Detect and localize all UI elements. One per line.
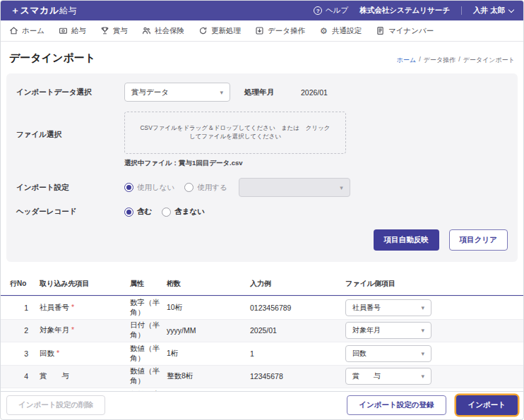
nav-item-data-operation[interactable]: データ操作	[255, 26, 305, 36]
radio-checked-icon	[124, 208, 133, 217]
row-item: 社員番号*	[40, 303, 130, 313]
row-digits: 整数8桁	[167, 371, 250, 381]
app-window: ＋スマカル給与 ヘルプ 株式会社システムリサーチ 入井 太郎 ホーム 給与	[0, 0, 524, 420]
row-attr: 数値（半角）	[130, 344, 167, 364]
table-row: 3 回数* 数値（半角） 1桁 1 回数	[1, 342, 523, 365]
radio-option-use[interactable]: 使用する	[184, 183, 227, 193]
dropdown-arrow-icon	[340, 184, 343, 191]
import-data-select[interactable]: 賞与データ	[124, 83, 230, 102]
import-data-label: インポートデータ選択	[16, 88, 124, 97]
import-data-select-value: 賞与データ	[131, 88, 169, 97]
file-item-select[interactable]: 賞 与	[345, 368, 431, 385]
row-no: 2	[1, 326, 40, 335]
radio-label: 含む	[137, 207, 152, 217]
file-item-select-value: 対象年月	[352, 325, 381, 335]
dropdown-arrow-icon	[421, 304, 424, 311]
radio-option-include[interactable]: 含む	[124, 207, 152, 217]
row-no: 3	[1, 349, 40, 358]
banknote-icon	[59, 26, 68, 35]
file-item-select-value: 回数	[352, 349, 367, 359]
table-row: 1 社員番号* 数字（半角） 10桁 0123456789 社員番号	[1, 296, 523, 319]
breadcrumb-data-operation: データ操作	[424, 56, 455, 65]
file-item-select-value: 賞 与	[352, 371, 381, 381]
nav-item-update[interactable]: 更新処理	[198, 26, 241, 36]
row-item: 対象年月*	[40, 325, 130, 335]
radio-label: 使用しない	[137, 183, 174, 193]
nav-item-label: データ操作	[268, 26, 305, 36]
col-header-no: 行No	[1, 279, 40, 289]
help-button[interactable]: ヘルプ	[314, 6, 348, 16]
nav-item-home[interactable]: ホーム	[9, 26, 44, 36]
company-name: 株式会社システムリサーチ	[359, 6, 450, 16]
panel-actions: 項目自動反映 項目クリア	[16, 229, 508, 251]
row-file-item-cell: 社員番号	[345, 299, 523, 316]
nav-item-salary[interactable]: 給与	[59, 26, 86, 36]
import-button[interactable]: インポート	[456, 395, 518, 415]
footer-bar: インポート設定の削除 インポート設定の登録 インポート	[1, 391, 523, 419]
file-item-select[interactable]: 回数	[345, 345, 431, 362]
selected-file-text: 選択中ファイル：賞与1回目データ.csv	[124, 159, 346, 168]
radio-checked-icon	[124, 183, 133, 192]
app-logo-sub: 給与	[59, 6, 77, 16]
app-logo-main: ＋スマカル	[11, 5, 59, 16]
required-asterisk: *	[56, 349, 59, 357]
nav-item-settings[interactable]: ⚙ 共通設定	[319, 26, 362, 36]
row-example: 1	[250, 349, 345, 358]
file-item-select[interactable]: 社員番号	[345, 299, 431, 316]
table-header-row: 行No 取り込み先項目 属性 桁数 入力例 ファイル側項目	[1, 272, 523, 296]
topbar-right: ヘルプ 株式会社システムリサーチ 入井 太郎	[314, 6, 513, 16]
top-bar: ＋スマカル給与 ヘルプ 株式会社システムリサーチ 入井 太郎	[1, 1, 523, 20]
nav-item-label: ホーム	[22, 26, 44, 36]
header-record-label: ヘッダーレコード	[16, 207, 124, 217]
header-record-row: ヘッダーレコード 含む 含まない	[16, 207, 508, 217]
card-icon	[376, 26, 385, 35]
auto-map-button[interactable]: 項目自動反映	[374, 229, 439, 251]
dropdown-arrow-icon	[421, 350, 424, 357]
page-header: データインポート ホーム / データ操作 / データインポート	[1, 42, 523, 72]
col-header-example: 入力例	[250, 279, 345, 289]
processing-month-label: 処理年月	[244, 88, 274, 97]
row-item: 回数*	[40, 349, 130, 359]
nav-item-bonus[interactable]: 賞与	[100, 26, 128, 36]
dropdown-arrow-icon	[220, 89, 223, 96]
row-no: 1	[1, 304, 40, 312]
file-item-select[interactable]: 対象年月	[345, 322, 431, 339]
dropzone-wrap: CSVファイルをドラッグ＆ドロップしてください または クリックしてファイルを選…	[124, 112, 346, 168]
nav-item-label: 賞与	[113, 26, 128, 36]
import-form-panel: インポートデータ選択 賞与データ 処理年月 2026/01 ファイル選択 CSV…	[6, 73, 518, 262]
mapping-table: 行No 取り込み先項目 属性 桁数 入力例 ファイル側項目 1 社員番号* 数字…	[1, 272, 523, 391]
nav-item-social-insurance[interactable]: 社会保険	[142, 26, 184, 36]
nav-item-mynumber[interactable]: マイナンバー	[376, 26, 434, 36]
clear-items-button[interactable]: 項目クリア	[449, 229, 508, 251]
row-attr: 日付（半角）	[130, 320, 167, 340]
radio-option-not-use[interactable]: 使用しない	[124, 183, 174, 193]
radio-option-exclude[interactable]: 含まない	[162, 207, 205, 217]
nav-item-label: 社会保険	[155, 26, 184, 36]
row-example: 2025/01	[250, 326, 345, 335]
nav-item-label: 給与	[71, 26, 86, 36]
file-select-row: ファイル選択 CSVファイルをドラッグ＆ドロップしてください または クリックし…	[16, 112, 508, 168]
page-title: データインポート	[9, 52, 95, 65]
col-header-attr: 属性	[130, 279, 167, 289]
import-box-icon	[255, 26, 264, 35]
breadcrumb-separator: /	[419, 56, 421, 65]
row-example: 12345678	[250, 372, 345, 380]
import-setting-row: インポート設定 使用しない 使用する	[16, 178, 508, 197]
breadcrumb: ホーム / データ操作 / データインポート	[397, 56, 515, 65]
user-menu[interactable]: 入井 太郎	[473, 6, 513, 16]
delete-import-setting-button[interactable]: インポート設定の削除	[6, 395, 105, 415]
register-import-setting-button[interactable]: インポート設定の登録	[347, 395, 446, 415]
question-circle-icon	[314, 6, 322, 15]
col-header-digits: 桁数	[167, 279, 250, 289]
import-setting-select	[239, 178, 350, 197]
csv-dropzone[interactable]: CSVファイルをドラッグ＆ドロップしてください または クリックしてファイルを選…	[124, 112, 346, 154]
breadcrumb-separator: /	[458, 56, 460, 65]
file-select-label: ファイル選択	[16, 130, 124, 140]
breadcrumb-home[interactable]: ホーム	[397, 56, 416, 65]
col-header-file-item: ファイル側項目	[345, 279, 523, 289]
row-no: 4	[1, 372, 40, 380]
dropdown-arrow-icon	[421, 373, 424, 380]
dropdown-arrow-icon	[421, 327, 424, 334]
row-digits: 1桁	[167, 349, 250, 359]
row-digits: 10桁	[167, 303, 250, 313]
